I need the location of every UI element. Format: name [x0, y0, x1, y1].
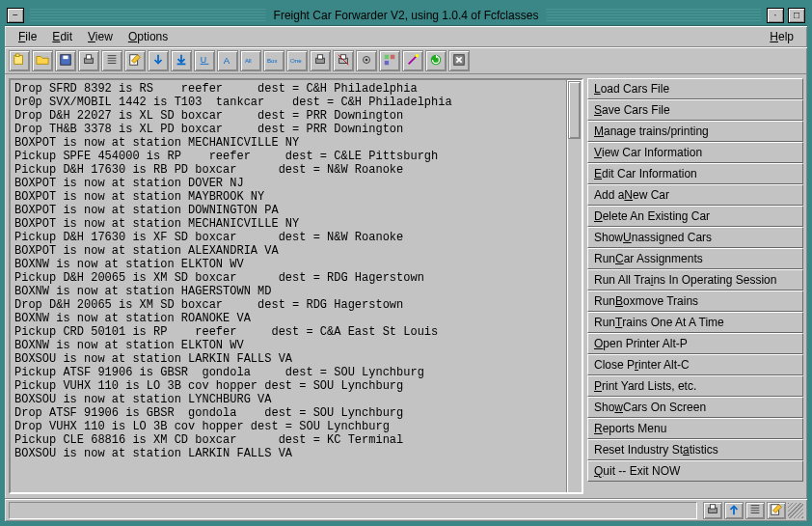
- svg-rect-25: [710, 504, 715, 508]
- underline-icon: U: [198, 53, 211, 69]
- print-2-icon: [313, 53, 327, 69]
- svg-text:All: All: [245, 56, 252, 63]
- menu-view[interactable]: View: [80, 28, 121, 45]
- print-icon: [706, 503, 719, 518]
- side-button-3[interactable]: View Car Information: [587, 142, 803, 163]
- save-button[interactable]: [55, 50, 76, 71]
- print-2-button[interactable]: [310, 50, 331, 71]
- one-button[interactable]: One: [286, 50, 308, 71]
- side-button-10[interactable]: Run Boxmove Trains: [587, 291, 803, 312]
- side-button-12[interactable]: Open Printer Alt-P: [587, 333, 803, 354]
- open-folder-button[interactable]: [32, 50, 53, 71]
- props-icon: [383, 53, 396, 69]
- arrow-down-icon: [151, 53, 165, 69]
- open-file-button[interactable]: [9, 50, 30, 71]
- all-icon: All: [244, 53, 257, 69]
- list-icon: [105, 53, 119, 69]
- status-list-button[interactable]: [745, 502, 765, 519]
- print-button[interactable]: [78, 50, 99, 71]
- side-button-11[interactable]: Run Trains One At A Time: [587, 312, 803, 333]
- side-button-2[interactable]: Manage trains/printing: [587, 121, 803, 142]
- resize-handle[interactable]: [788, 503, 803, 518]
- titlebar: − Freight Car Forwarder V2, using 1.0.4 …: [5, 5, 807, 26]
- side-button-15[interactable]: Show Cars On Screen: [587, 397, 803, 418]
- close-button[interactable]: [448, 50, 470, 71]
- status-icon-group: [703, 502, 786, 519]
- refresh-icon: [429, 53, 443, 69]
- side-button-7[interactable]: Show Unassigned Cars: [587, 227, 803, 248]
- status-well: [9, 502, 697, 519]
- letter-a-button[interactable]: A: [217, 50, 238, 71]
- side-button-17[interactable]: Reset Industry Statistics: [587, 439, 803, 460]
- statusbar: [5, 498, 807, 521]
- status-edit-button[interactable]: [767, 502, 786, 519]
- toolbar: UAAllBoxOne: [5, 47, 807, 74]
- refresh-button[interactable]: [425, 50, 447, 71]
- list-button[interactable]: [101, 50, 122, 71]
- side-button-8[interactable]: Run Car Assignments: [587, 248, 803, 269]
- svg-rect-18: [385, 54, 389, 58]
- side-button-9[interactable]: Run All Trains In Operating Session: [587, 269, 803, 291]
- box-button[interactable]: Box: [263, 50, 284, 71]
- arrow-down-button[interactable]: [148, 50, 169, 71]
- menu-edit[interactable]: Edit: [44, 28, 80, 45]
- side-button-6[interactable]: Delete An Existing Car: [587, 206, 803, 227]
- log-output: Drop SFRD 8392 is RS reefer dest = C&H P…: [11, 80, 566, 492]
- scroll-thumb[interactable]: [568, 81, 581, 139]
- menu-file[interactable]: File: [11, 28, 44, 45]
- all-button[interactable]: All: [240, 50, 261, 71]
- arrow-down-bar-icon: [175, 53, 188, 69]
- print-3-button[interactable]: [333, 50, 354, 71]
- menu-help[interactable]: Help: [762, 28, 801, 45]
- close-icon: [452, 53, 466, 69]
- log-scrollbar[interactable]: [566, 80, 582, 492]
- log-frame: Drop SFRD 8392 is RS reefer dest = C&H P…: [9, 78, 583, 494]
- side-panel: Load Cars FileSave Cars FileManage train…: [587, 78, 803, 494]
- letter-a-icon: A: [221, 53, 234, 69]
- edit-note-icon: [128, 53, 142, 69]
- underline-button[interactable]: U: [194, 50, 215, 71]
- edit-note-button[interactable]: [124, 50, 146, 71]
- side-button-13[interactable]: Close Printer Alt-C: [587, 354, 803, 375]
- list-icon: [748, 503, 762, 518]
- menu-options[interactable]: Options: [121, 28, 176, 45]
- maximize-button[interactable]: □: [788, 8, 805, 23]
- minimize-button[interactable]: ·: [767, 8, 784, 23]
- svg-text:Box: Box: [267, 56, 278, 63]
- side-button-0[interactable]: Load Cars File: [587, 78, 803, 99]
- print-icon: [82, 53, 95, 69]
- side-button-14[interactable]: Print Yard Lists, etc.: [587, 375, 803, 397]
- one-icon: One: [290, 53, 304, 69]
- svg-rect-1: [16, 53, 20, 56]
- svg-rect-3: [63, 55, 68, 59]
- main-window: − Freight Car Forwarder V2, using 1.0.4 …: [3, 3, 809, 523]
- side-button-16[interactable]: Reports Menu: [587, 418, 803, 439]
- side-button-18[interactable]: Quit -- Exit NOW: [587, 460, 803, 482]
- svg-text:A: A: [224, 54, 230, 65]
- side-button-1[interactable]: Save Cars File: [587, 99, 803, 121]
- side-button-5[interactable]: Add a New Car: [587, 184, 803, 206]
- settings-button[interactable]: [356, 50, 377, 71]
- box-icon: Box: [267, 53, 281, 69]
- edit-icon: [770, 503, 783, 518]
- svg-text:U: U: [201, 54, 206, 64]
- open-file-icon: [13, 53, 26, 69]
- window-menu-button[interactable]: −: [7, 8, 24, 23]
- svg-point-17: [365, 58, 368, 61]
- svg-rect-13: [317, 54, 322, 58]
- svg-rect-19: [391, 54, 394, 58]
- arrow-up-icon: [727, 503, 741, 518]
- status-arrow-up-button[interactable]: [724, 502, 744, 519]
- arrow-down-bar-button[interactable]: [171, 50, 192, 71]
- status-print-button[interactable]: [703, 502, 722, 519]
- side-button-4[interactable]: Edit Car Information: [587, 163, 803, 184]
- print-3-icon: [337, 53, 350, 69]
- svg-rect-20: [385, 60, 389, 64]
- svg-point-21: [416, 53, 420, 57]
- wand-button[interactable]: [402, 50, 423, 71]
- save-icon: [59, 53, 72, 69]
- svg-rect-5: [86, 54, 91, 58]
- props-button[interactable]: [379, 50, 400, 71]
- open-folder-icon: [36, 53, 49, 69]
- menubar: File Edit View Options Help: [5, 26, 807, 47]
